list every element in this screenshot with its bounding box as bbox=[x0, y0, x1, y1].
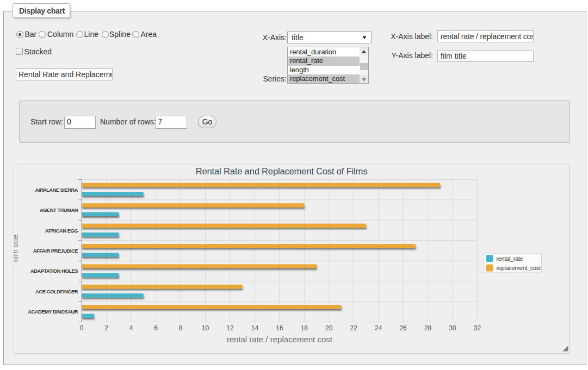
svg-text:film title: film title bbox=[14, 235, 20, 262]
svg-text:rental rate / replacement cost: rental rate / replacement cost bbox=[227, 335, 333, 344]
svg-text:16: 16 bbox=[276, 324, 283, 332]
svg-text:8: 8 bbox=[179, 324, 183, 332]
svg-text:6: 6 bbox=[154, 324, 158, 332]
svg-text:14: 14 bbox=[251, 324, 259, 332]
svg-text:20: 20 bbox=[325, 324, 333, 332]
svg-text:32: 32 bbox=[474, 324, 481, 332]
svg-text:12: 12 bbox=[226, 324, 234, 332]
svg-text:AIRPLANE SIERRA: AIRPLANE SIERRA bbox=[35, 187, 78, 193]
svg-text:ACADEMY DINOSAUR: ACADEMY DINOSAUR bbox=[28, 309, 78, 315]
svg-text:ADAPTATION HOLES: ADAPTATION HOLES bbox=[30, 268, 78, 274]
svg-text:0: 0 bbox=[80, 324, 84, 332]
svg-text:10: 10 bbox=[202, 324, 209, 332]
svg-text:22: 22 bbox=[350, 324, 358, 332]
svg-text:ACE GOLDFINGER: ACE GOLDFINGER bbox=[35, 289, 78, 294]
svg-text:4: 4 bbox=[129, 324, 133, 332]
svg-text:28: 28 bbox=[424, 324, 432, 332]
svg-text:18: 18 bbox=[301, 324, 308, 332]
svg-text:replacement_cost: replacement_cost bbox=[497, 265, 541, 271]
svg-text:AGENT TRUMAN: AGENT TRUMAN bbox=[40, 208, 78, 213]
svg-text:26: 26 bbox=[399, 324, 407, 332]
svg-text:AFFAIR PREJUDICE: AFFAIR PREJUDICE bbox=[33, 248, 78, 254]
svg-text:rental_rate: rental_rate bbox=[497, 255, 523, 262]
svg-text:AFRICAN EGG: AFRICAN EGG bbox=[45, 228, 78, 234]
svg-text:30: 30 bbox=[449, 324, 456, 332]
svg-text:24: 24 bbox=[375, 324, 382, 332]
svg-text:2: 2 bbox=[104, 324, 108, 332]
svg-text:Rental Rate and Replacement Co: Rental Rate and Replacement Cost of Film… bbox=[196, 166, 368, 177]
